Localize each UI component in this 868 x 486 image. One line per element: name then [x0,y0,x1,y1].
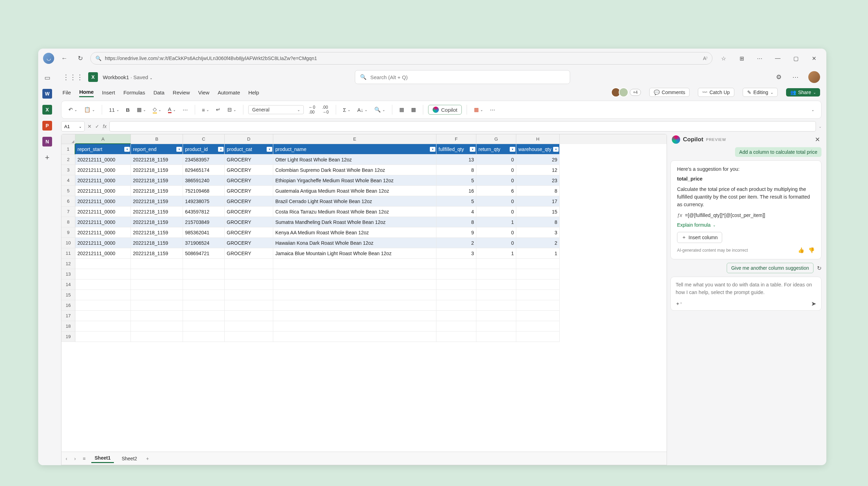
table-cell[interactable] [75,311,131,321]
menu-help[interactable]: Help [248,88,259,97]
sheet-list-icon[interactable]: ≡ [81,456,87,461]
table-cell[interactable] [131,290,183,300]
column-header[interactable]: G [476,134,516,144]
editing-mode-button[interactable]: ✎ Editing ⌄ [743,88,778,97]
table-cell[interactable]: 0 [476,154,516,165]
settings-icon[interactable]: ⚙ [773,73,785,81]
maximize-button[interactable]: ▢ [789,55,803,62]
cancel-formula-icon[interactable]: ✕ [87,124,92,129]
table-cell[interactable] [436,269,476,279]
minimize-button[interactable]: — [771,55,785,61]
increase-decimal-button[interactable]: ←0.00 [307,103,317,116]
filter-icon[interactable]: ▾ [430,147,435,152]
row-header[interactable]: 17 [61,311,75,321]
merge-button[interactable]: ⊟⌄ [225,105,238,114]
table-cell[interactable]: 20221218_1159 [131,248,183,259]
table-cell[interactable]: GROCERY [225,207,273,217]
table-cell[interactable]: 0 [476,165,516,175]
row-header[interactable]: 12 [61,259,75,269]
sheet-tab-1[interactable]: Sheet1 [91,454,114,463]
more-toolbar-icon[interactable]: ⋯ [488,105,497,114]
table-cell[interactable] [131,321,183,332]
table-cell[interactable] [476,332,516,342]
table-cell[interactable]: 9 [436,227,476,238]
menu-data[interactable]: Data [153,88,165,97]
table-cell[interactable] [183,279,225,290]
table-cell[interactable] [273,290,436,300]
send-icon[interactable]: ➤ [811,300,816,308]
column-header[interactable]: C [183,134,225,144]
table-cell[interactable]: GROCERY [225,196,273,207]
profile-avatar[interactable]: ◡ [43,53,54,64]
rail-add-icon[interactable]: + [42,153,52,162]
row-header[interactable]: 9 [61,227,75,238]
column-header[interactable]: A [75,134,131,144]
table-cell[interactable] [516,311,560,321]
table-cell[interactable]: 20221218_1159 [131,207,183,217]
table-cell[interactable]: 202212111_0000 [75,207,131,217]
row-header[interactable]: 1 [61,144,75,154]
table-cell[interactable] [436,332,476,342]
table-cell[interactable] [436,321,476,332]
table-cell[interactable] [273,279,436,290]
row-header[interactable]: 16 [61,300,75,311]
table-cell[interactable]: 17 [516,196,560,207]
row-header[interactable]: 5 [61,186,75,196]
table-cell[interactable]: GROCERY [225,227,273,238]
table-cell[interactable] [75,300,131,311]
table-cell[interactable]: GROCERY [225,165,273,175]
table-cell[interactable] [131,269,183,279]
row-header[interactable]: 11 [61,248,75,259]
table-cell[interactable]: Guatemala Antigua Medium Roast Whole Bea… [273,186,436,196]
table-cell[interactable]: Brazil Cerrado Light Roast Whole Bean 12… [273,196,436,207]
menu-file[interactable]: File [62,88,71,97]
insert-column-button[interactable]: ＋ Insert column [677,232,722,243]
table-cell[interactable] [131,259,183,269]
table-cell[interactable]: Otter Light Roast Whole Bean 12oz [273,154,436,165]
read-aloud-icon[interactable]: A⁾ [703,56,707,61]
table-cell[interactable]: Jamaica Blue Mountain Light Roast Whole … [273,248,436,259]
table-cell[interactable] [131,300,183,311]
rail-powerpoint-icon[interactable]: P [42,121,52,131]
filter-icon[interactable]: ▾ [176,147,182,152]
another-suggestion-button[interactable]: Give me another column suggestion [727,263,813,273]
table-cell[interactable] [476,300,516,311]
row-header[interactable]: 19 [61,332,75,342]
table-cell[interactable]: 202212111_0000 [75,175,131,186]
rail-word-icon[interactable]: W [42,89,52,99]
font-size-select[interactable]: 11 ⌄ [107,106,121,114]
table-cell[interactable] [516,269,560,279]
table-cell[interactable]: 29 [516,154,560,165]
presence-avatars[interactable]: +4 [613,87,641,97]
table-cell[interactable]: GROCERY [225,154,273,165]
table-header-cell[interactable]: report_start▾ [75,144,131,154]
app-launcher-icon[interactable]: ⋮⋮⋮ [62,73,83,81]
search-box[interactable]: 🔍 Search (Alt + Q) [355,70,570,84]
table-header-cell[interactable]: fullfilled_qty▾ [436,144,476,154]
copilot-input[interactable]: Tell me what you want to do with data in… [670,277,821,311]
table-cell[interactable]: 1 [476,248,516,259]
row-header[interactable]: 2 [61,154,75,165]
table-cell[interactable] [225,269,273,279]
table-cell[interactable] [436,300,476,311]
table-cell[interactable] [516,279,560,290]
table-cell[interactable]: 0 [476,196,516,207]
table-cell[interactable]: 15 [516,207,560,217]
table-cell[interactable] [183,290,225,300]
table-cell[interactable] [183,332,225,342]
borders-button[interactable]: ▦⌄ [135,105,148,114]
table-cell[interactable]: Colombian Supremo Dark Roast Whole Bean … [273,165,436,175]
table-cell[interactable]: 20221218_1159 [131,217,183,227]
menu-insert[interactable]: Insert [102,88,115,97]
column-header[interactable]: B [131,134,183,144]
document-title[interactable]: Workbook1 · Saved ⌄ [103,74,152,80]
table-cell[interactable]: 829465174 [183,165,225,175]
column-header[interactable]: F [436,134,476,144]
more-app-icon[interactable]: ⋯ [790,73,801,81]
table-cell[interactable]: 23 [516,175,560,186]
presence-more[interactable]: +4 [630,89,641,96]
menu-view[interactable]: View [198,88,209,97]
enter-formula-icon[interactable]: ✓ [95,124,99,129]
table-cell[interactable] [225,290,273,300]
table-cell[interactable] [516,321,560,332]
